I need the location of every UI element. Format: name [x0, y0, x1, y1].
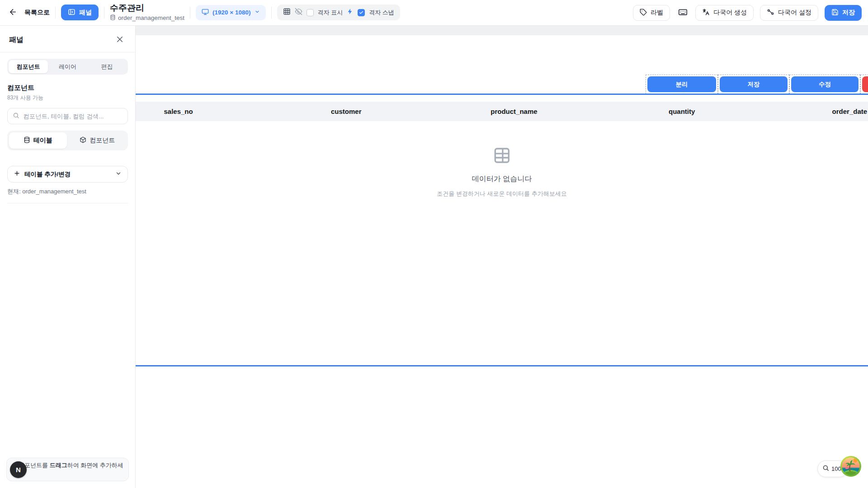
components-section-title: 컴포넌트 [7, 84, 128, 92]
save-button-text: 저장 [842, 9, 855, 17]
panel-close-button[interactable] [113, 33, 126, 46]
panel-spacer [0, 203, 135, 458]
column-header: order_date [766, 102, 868, 121]
bound-table-name: order_management_test [118, 14, 184, 21]
plus-icon [14, 170, 20, 178]
selected-button-wrapper: 분리 [646, 75, 718, 94]
design-page[interactable]: 분리 저장 수정 sales_no customer product_name … [136, 35, 868, 488]
selected-button-wrapper [860, 75, 868, 94]
i18n-generate-button[interactable]: 다국어 생성 [695, 5, 754, 21]
selection-border-bottom [136, 365, 868, 366]
component-search [7, 108, 128, 124]
chevron-down-icon [255, 9, 260, 16]
tag-icon [640, 9, 647, 17]
i18n-settings-text: 다국어 설정 [778, 9, 811, 17]
waypoints-icon [767, 8, 774, 17]
back-label[interactable]: 목록으로 [24, 9, 50, 17]
tab-edit[interactable]: 편집 [87, 60, 127, 73]
i18n-settings-button[interactable]: 다국어 설정 [760, 5, 818, 21]
source-tab-component-label: 컴포넌트 [90, 136, 115, 145]
bound-table-ref: order_management_test [110, 14, 184, 22]
toolbar-divider [190, 7, 190, 19]
database-icon [110, 14, 116, 22]
grid-empty-state: 데이터가 없습니다 조건을 변경하거나 새로운 데이터를 추가해보세요 [437, 146, 566, 198]
components-available-count: 83개 사용 가능 [7, 94, 128, 102]
current-table-label: 현재: order_management_test [7, 188, 128, 196]
grid-show-checkbox[interactable] [307, 9, 314, 16]
toolbar-divider [271, 7, 272, 19]
panel-tab-bar: 컴포넌트 레이어 편집 [7, 59, 128, 75]
keyboard-shortcuts-button[interactable] [676, 6, 689, 19]
panel-title: 패널 [9, 35, 24, 45]
magnifier-icon [822, 465, 829, 473]
add-table-dropdown[interactable]: 테이블 추가/변경 [7, 166, 128, 183]
divider [0, 52, 135, 52]
editor-canvas[interactable]: 분리 저장 수정 sales_no customer product_name … [136, 26, 868, 488]
empty-state-subtitle: 조건을 변경하거나 새로운 데이터를 추가해보세요 [437, 190, 566, 198]
translate-icon [702, 8, 710, 17]
toolbar-divider [55, 7, 56, 19]
tab-components[interactable]: 컴포넌트 [9, 60, 48, 73]
data-grid-header[interactable]: sales_no customer product_name quantity … [136, 102, 868, 121]
close-icon [116, 35, 124, 45]
action-button-detach[interactable]: 분리 [647, 76, 716, 92]
lightning-icon [347, 8, 354, 17]
chevron-down-icon [115, 170, 122, 178]
grid-options-group: 격자 표시 격자 스냅 [277, 5, 400, 20]
left-panel: 패널 컴포넌트 레이어 편집 컴포넌트 83개 사용 가능 테이블 [0, 26, 136, 488]
island-sticker [840, 455, 862, 477]
tab-layers[interactable]: 레이어 [48, 60, 87, 73]
top-toolbar: 목록으로 패널 수주관리 order_management_test (1920… [0, 0, 868, 26]
label-button[interactable]: 라벨 [633, 5, 670, 21]
table-grid-icon [493, 146, 511, 166]
n-logo-badge: N [10, 461, 27, 478]
grid-snap-checkbox[interactable] [358, 9, 365, 16]
search-icon [13, 112, 19, 121]
source-segmented-control: 테이블 컴포넌트 [7, 131, 128, 150]
toolbar-divider [104, 7, 104, 19]
database-icon [24, 136, 30, 145]
grid-icon [283, 8, 291, 17]
action-button-save[interactable]: 저장 [720, 76, 788, 92]
i18n-generate-text: 다국어 생성 [713, 9, 747, 17]
source-tab-table[interactable]: 테이블 [9, 132, 67, 149]
save-button[interactable]: 저장 [825, 5, 862, 21]
action-button-danger[interactable] [862, 76, 868, 92]
arrow-left-icon [9, 8, 17, 18]
column-header: quantity [598, 102, 766, 121]
grid-show-label[interactable]: 격자 표시 [318, 9, 343, 17]
search-input[interactable] [23, 113, 123, 120]
column-header: product_name [430, 102, 598, 121]
panel-toggle-button[interactable]: 패널 [61, 5, 99, 20]
grid-snap-label[interactable]: 격자 스냅 [369, 9, 394, 17]
source-tab-component[interactable]: 컴포넌트 [69, 132, 127, 149]
empty-state-title: 데이터가 없습니다 [472, 174, 532, 184]
save-floppy-icon [831, 9, 839, 17]
label-button-text: 라벨 [651, 9, 663, 17]
drag-hint: N 컴포넌트를 드래그하여 화면에 추가하세요 [6, 458, 129, 481]
monitor-icon [202, 8, 209, 17]
keyboard-icon [678, 7, 688, 18]
add-table-label: 테이블 추가/변경 [24, 170, 111, 178]
viewport-size-select[interactable]: (868 × 488) [196, 5, 265, 20]
action-button-edit[interactable]: 수정 [791, 76, 859, 92]
panel-toggle-label: 패널 [79, 9, 92, 17]
eye-off-icon [295, 8, 302, 17]
page-title: 수주관리 [110, 4, 184, 13]
viewport-size-label: (868 × 488) [212, 9, 250, 16]
cube-icon [80, 136, 86, 145]
selected-button-wrapper: 저장 [718, 75, 789, 94]
column-header: sales_no [136, 102, 262, 121]
selection-border-top [136, 94, 868, 95]
sidebar-panel-icon [68, 8, 75, 17]
back-button[interactable] [6, 6, 19, 19]
selected-button-wrapper: 수정 [789, 75, 860, 94]
source-tab-table-label: 테이블 [33, 136, 52, 145]
column-header: customer [262, 102, 430, 121]
